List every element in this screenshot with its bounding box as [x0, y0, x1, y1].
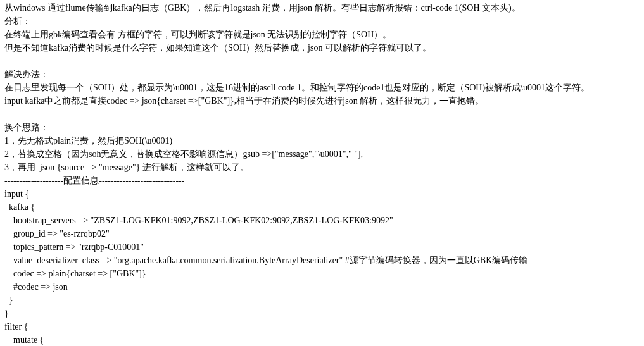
text-line: bootstrap_servers => "ZBSZ1-LOG-KFK01:90… — [4, 214, 640, 227]
text-line: 分析： — [4, 15, 640, 28]
text-line: group_id => "es-rzrqbp02" — [4, 227, 640, 240]
text-line: } — [4, 293, 640, 307]
text-line: mutate { — [4, 333, 640, 346]
text-line: 在终端上用gbk编码查看会有 方框的字符，可以判断该字符就是json 无法识别的… — [4, 28, 640, 41]
text-line: codec => plain{charset => ["GBK"]} — [4, 267, 640, 280]
text-line: 在日志里发现每一个（SOH）处，都显示为\u0001，这是16进制的ascll … — [4, 81, 640, 94]
text-line: input { — [4, 187, 640, 201]
text-line: value_deserializer_class => "org.apache.… — [4, 254, 640, 267]
text-line: input kafka中之前都是直接codec => json{charset … — [4, 94, 640, 108]
text-line: 2，替换成空格（因为soh无意义，替换成空格不影响源信息）gsub =>["me… — [4, 147, 640, 161]
text-line: --------------------配置信息----------------… — [4, 174, 640, 187]
text-line: 从windows 通过flume传输到kafka的日志（GBK），然后再logs… — [4, 1, 640, 15]
text-line: 1，先无格式plain消费，然后把SOH(\u0001) — [4, 134, 640, 147]
text-line: filter { — [4, 320, 640, 333]
text-line: 但是不知道kafka消费的时候是什么字符，如果知道这个（SOH）然后替换成，js… — [4, 41, 640, 54]
text-line: 解决办法： — [4, 68, 640, 81]
text-line: 换个思路： — [4, 121, 640, 134]
text-line: #codec => json — [4, 280, 640, 293]
text-line: topics_pattern => "rzrqbp-C010001" — [4, 240, 640, 254]
text-line — [4, 54, 640, 68]
text-line — [4, 108, 640, 121]
text-line: } — [4, 307, 640, 320]
document-body: 从windows 通过flume传输到kafka的日志（GBK），然后再logs… — [3, 1, 641, 346]
text-line: 3，再用 json {source => "message"} 进行解析，这样就… — [4, 161, 640, 174]
text-line: kafka { — [4, 201, 640, 214]
